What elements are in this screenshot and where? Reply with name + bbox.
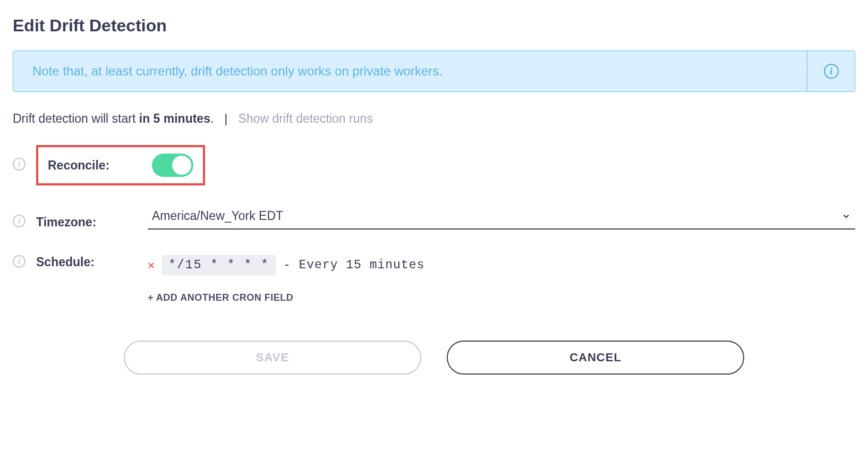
- reconcile-row: i Reconcile:: [13, 145, 855, 185]
- status-bold: in 5 minutes: [139, 112, 210, 125]
- reconcile-highlight-box: Reconcile:: [36, 145, 205, 185]
- save-button[interactable]: SAVE: [124, 341, 421, 375]
- cron-description: - Every 15 minutes: [283, 258, 424, 272]
- timezone-value: America/New_York EDT: [152, 209, 283, 223]
- reconcile-label: Reconcile:: [48, 158, 109, 173]
- schedule-info-icon[interactable]: i: [13, 255, 28, 270]
- reconcile-info-icon[interactable]: i: [13, 158, 28, 173]
- timezone-select[interactable]: America/New_York EDT: [148, 205, 855, 230]
- info-banner-icon-wrap: i: [807, 51, 855, 91]
- cancel-button[interactable]: CANCEL: [447, 341, 744, 375]
- status-prefix: Drift detection will start: [13, 112, 139, 125]
- cron-expression[interactable]: */15 * * * *: [162, 255, 276, 275]
- timezone-row: i Timezone: America/New_York EDT: [13, 205, 855, 230]
- cron-line: ✕ */15 * * * * - Every 15 minutes: [148, 255, 855, 275]
- status-suffix: .: [210, 112, 214, 125]
- schedule-content: ✕ */15 * * * * - Every 15 minutes + ADD …: [148, 255, 855, 303]
- timezone-info-icon[interactable]: i: [13, 215, 28, 230]
- vertical-divider: |: [224, 111, 227, 126]
- schedule-row: i Schedule: ✕ */15 * * * * - Every 15 mi…: [13, 255, 855, 303]
- remove-cron-button[interactable]: ✕: [148, 258, 155, 273]
- info-icon: i: [824, 64, 839, 79]
- info-banner: Note that, at least currently, drift det…: [13, 50, 855, 92]
- chevron-down-icon: [841, 211, 851, 221]
- status-text: Drift detection will start in 5 minutes.: [13, 112, 214, 126]
- reconcile-toggle[interactable]: [152, 154, 193, 177]
- button-row: SAVE CANCEL: [13, 341, 855, 375]
- page-title: Edit Drift Detection: [13, 16, 855, 36]
- toggle-knob: [172, 156, 191, 175]
- timezone-label: Timezone:: [36, 215, 148, 230]
- schedule-label: Schedule:: [36, 255, 148, 269]
- show-drift-runs-link[interactable]: Show drift detection runs: [239, 112, 373, 126]
- add-cron-field-button[interactable]: + ADD ANOTHER CRON FIELD: [148, 292, 855, 303]
- status-row: Drift detection will start in 5 minutes.…: [13, 111, 855, 126]
- info-banner-text: Note that, at least currently, drift det…: [13, 51, 807, 91]
